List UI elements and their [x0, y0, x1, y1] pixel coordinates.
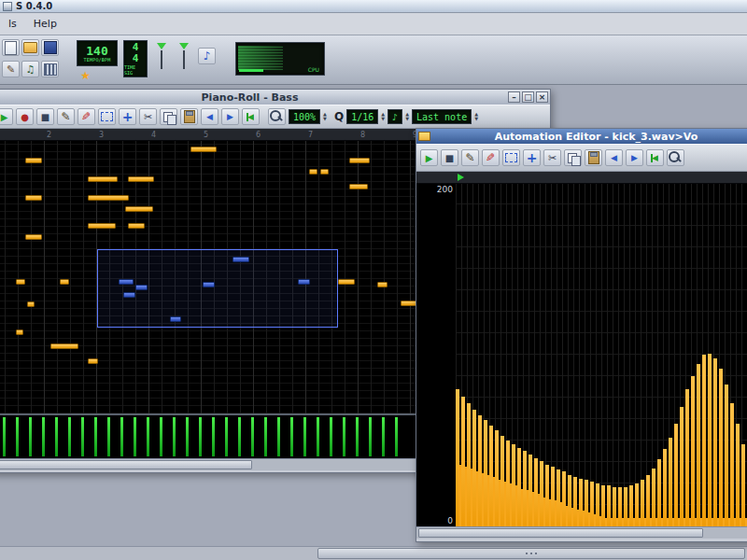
- velocity-bar[interactable]: [251, 417, 254, 456]
- to-start-icon[interactable]: [242, 108, 260, 125]
- automation-value-bar[interactable]: [467, 403, 471, 526]
- paste-icon[interactable]: [180, 108, 198, 125]
- cut-icon[interactable]: [139, 108, 157, 125]
- record-icon[interactable]: [16, 108, 34, 125]
- play-icon[interactable]: [0, 108, 13, 125]
- automation-value-bar[interactable]: [590, 482, 594, 526]
- zoom-x-icon[interactable]: [667, 149, 684, 166]
- velocity-bar[interactable]: [290, 417, 293, 456]
- timeline-forward-icon[interactable]: [221, 108, 239, 125]
- automation-value-bar[interactable]: [685, 389, 689, 526]
- automation-value-bar[interactable]: [517, 448, 521, 526]
- automation-value-bar[interactable]: [713, 358, 717, 526]
- note[interactable]: [27, 301, 35, 307]
- note[interactable]: [88, 176, 118, 182]
- chord-select[interactable]: Last note: [412, 109, 472, 124]
- scrollbar-handle[interactable]: [0, 460, 252, 469]
- automation-value-bar[interactable]: [613, 487, 616, 526]
- automation-value-bar[interactable]: [646, 475, 650, 526]
- automation-value-bar[interactable]: [641, 480, 644, 526]
- move-icon[interactable]: [119, 108, 136, 125]
- master-volume-slider[interactable]: [155, 43, 168, 71]
- automation-value-bar[interactable]: [697, 364, 700, 526]
- automation-value-bar[interactable]: [512, 444, 515, 526]
- note[interactable]: [320, 169, 329, 175]
- automation-value-bar[interactable]: [669, 438, 672, 526]
- project-notes-icon[interactable]: [2, 61, 20, 77]
- new-project-icon[interactable]: [2, 39, 20, 56]
- select-icon[interactable]: [502, 149, 520, 166]
- note[interactable]: [125, 206, 153, 212]
- velocity-bar[interactable]: [42, 417, 45, 456]
- velocity-bar[interactable]: [356, 417, 359, 456]
- q-select[interactable]: 1/16: [346, 109, 378, 124]
- automation-value-bar[interactable]: [472, 410, 476, 526]
- velocity-bar[interactable]: [264, 417, 267, 456]
- timeline-forward-icon[interactable]: [626, 149, 643, 166]
- stop-icon[interactable]: [441, 149, 458, 166]
- velocity-bar[interactable]: [16, 417, 19, 456]
- note[interactable]: [338, 279, 355, 285]
- automation-value-bar[interactable]: [652, 469, 655, 526]
- note[interactable]: [88, 195, 129, 201]
- note[interactable]: [25, 234, 42, 240]
- velocity-bar[interactable]: [68, 417, 71, 456]
- automation-titlebar[interactable]: Automation Editor - kick_3.wav>Vo: [416, 129, 747, 144]
- erase-icon[interactable]: [78, 108, 95, 125]
- velocity-bar[interactable]: [134, 417, 136, 456]
- velocity-bar[interactable]: [94, 417, 97, 456]
- note[interactable]: [88, 223, 116, 229]
- scrollbar-handle[interactable]: [317, 548, 745, 559]
- automation-value-bar[interactable]: [702, 355, 706, 526]
- automation-value-bar[interactable]: [601, 485, 605, 526]
- automation-value-bar[interactable]: [725, 385, 728, 526]
- velocity-bar[interactable]: [186, 417, 189, 456]
- velocity-bar[interactable]: [330, 417, 332, 456]
- stop-icon[interactable]: [36, 108, 54, 125]
- note[interactable]: [25, 195, 42, 201]
- velocity-bar[interactable]: [382, 417, 385, 456]
- automation-value-bar[interactable]: [506, 441, 510, 526]
- automation-value-bar[interactable]: [585, 480, 588, 526]
- automation-value-bar[interactable]: [629, 485, 633, 526]
- instrument-icon[interactable]: [198, 48, 216, 64]
- automation-value-bar[interactable]: [478, 415, 482, 526]
- note-selected[interactable]: [298, 279, 310, 285]
- draw-icon[interactable]: [57, 108, 75, 125]
- move-icon[interactable]: [523, 149, 541, 166]
- note-selected[interactable]: [203, 282, 215, 287]
- automation-value-bar[interactable]: [573, 477, 577, 526]
- paste-icon[interactable]: [585, 149, 602, 166]
- automation-value-bar[interactable]: [741, 444, 745, 526]
- note-selected[interactable]: [123, 292, 135, 298]
- automation-value-bar[interactable]: [456, 389, 459, 526]
- save-project-icon[interactable]: [41, 39, 59, 56]
- velocity-bar[interactable]: [160, 417, 162, 456]
- velocity-bar[interactable]: [277, 417, 280, 456]
- velocity-bar[interactable]: [369, 417, 372, 456]
- copy-icon[interactable]: [564, 149, 582, 166]
- automation-value-bar[interactable]: [495, 430, 499, 526]
- master-pitch-slider[interactable]: [177, 43, 190, 71]
- velocity-bar[interactable]: [173, 417, 176, 456]
- automation-value-bar[interactable]: [461, 397, 465, 526]
- note[interactable]: [377, 282, 388, 287]
- automation-value-bar[interactable]: [674, 424, 678, 526]
- workspace-hscrollbar[interactable]: [0, 546, 747, 560]
- automation-value-bar[interactable]: [663, 449, 667, 526]
- note[interactable]: [16, 279, 25, 285]
- menu-help[interactable]: Help: [25, 15, 65, 33]
- automation-value-bar[interactable]: [534, 458, 538, 526]
- draw-icon[interactable]: [461, 149, 479, 166]
- automation-value-bar[interactable]: [562, 471, 566, 526]
- automation-value-bar[interactable]: [557, 469, 560, 526]
- velocity-bar[interactable]: [317, 417, 319, 456]
- velocity-bar[interactable]: [395, 417, 398, 456]
- automation-value-bar[interactable]: [691, 376, 695, 526]
- cut-icon[interactable]: [543, 149, 561, 166]
- automation-value-bar[interactable]: [736, 424, 740, 526]
- automation-value-bar[interactable]: [579, 479, 583, 526]
- automation-hscrollbar[interactable]: [416, 526, 747, 539]
- note-selected[interactable]: [119, 279, 134, 285]
- automation-value-bar[interactable]: [500, 436, 504, 526]
